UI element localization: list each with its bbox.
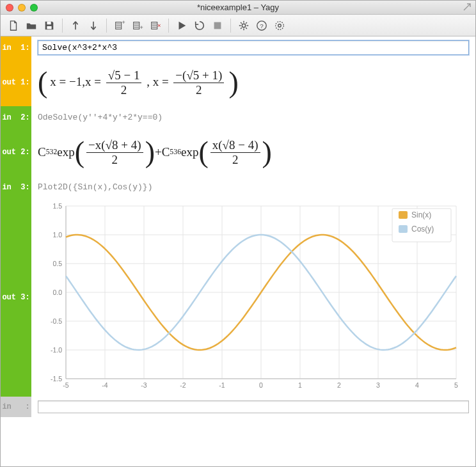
insert-below-button[interactable]: + [130,18,145,33]
empty-input[interactable] [38,400,469,413]
cell-in-2: in 2: OdeSolve(y''+4*y'+2*y==0) [1,106,475,129]
svg-text:+: + [122,20,125,26]
cell-in-empty: in : [1,397,475,417]
cell-in-3: in 3: Plot2D({Sin(x),Cos(y)}) [1,176,475,198]
svg-text:3: 3 [376,381,380,389]
separator [62,19,63,33]
cell-label: in : [1,397,31,417]
svg-text:1.5: 1.5 [52,202,62,210]
notebook-content[interactable]: in 1: out 1: ( x = −1,x = √5 − 12 , x = … [1,36,475,466]
svg-text:-4: -4 [102,381,107,389]
cell-out-1: out 1: ( x = −1,x = √5 − 12 , x = −(√5 +… [1,59,475,106]
move-up-button[interactable] [68,18,83,33]
toolbar: + + × ? [1,15,475,36]
cell-label: in 3: [1,176,31,198]
svg-text:×: × [157,21,161,28]
stop-button[interactable] [210,18,225,33]
new-file-button[interactable] [6,18,21,33]
svg-rect-53 [399,211,408,219]
svg-text:-1.5: -1.5 [51,375,62,383]
open-file-button[interactable] [24,18,39,33]
svg-rect-1 [47,26,51,29]
window-title: *niceexample1 – Yagy [1,3,475,12]
cell-label: out 2: [1,129,31,176]
settings-button[interactable] [236,18,251,33]
svg-text:-0.5: -0.5 [51,317,62,325]
svg-text:-3: -3 [141,381,147,389]
cell-in-1: in 1: [1,36,475,59]
svg-text:?: ? [260,22,264,29]
reload-button[interactable] [192,18,207,33]
svg-text:0.5: 0.5 [52,260,62,267]
svg-text:4: 4 [415,381,419,389]
remove-cell-button[interactable]: × [148,18,163,33]
svg-point-12 [276,21,284,29]
help-button[interactable]: ? [254,18,269,33]
chart-output: -5-4-3-2-1012345-1.5-1.0-0.50.00.51.01.5… [31,198,475,397]
move-down-button[interactable] [86,18,101,33]
cell-out-3: out 3: -5-4-3-2-1012345-1.5-1.0-0.50.00.… [1,198,475,397]
code-text[interactable]: Plot2D({Sin(x),Cos(y)}) [31,176,475,198]
separator [230,19,231,33]
svg-text:1: 1 [298,381,302,389]
svg-text:0.0: 0.0 [52,289,62,296]
svg-point-13 [278,24,282,27]
svg-text:0: 0 [259,381,263,389]
app-window: *niceexample1 – Yagy + + × ? in 1: [0,0,476,467]
separator [106,19,107,33]
target-button[interactable] [272,18,287,33]
svg-text:2: 2 [337,381,341,389]
code-input[interactable] [38,40,469,55]
svg-rect-8 [214,22,221,29]
save-button[interactable] [42,18,57,33]
svg-text:+: + [140,24,143,31]
cell-out-2: out 2: C532 exp ( −x(√8 + 4)2 ) + C536 e… [1,129,475,176]
svg-text:-1.0: -1.0 [51,346,62,354]
svg-text:5: 5 [454,381,458,389]
svg-rect-55 [399,225,408,233]
svg-text:-5: -5 [63,381,68,389]
cell-label: out 1: [1,59,31,106]
maximize-icon[interactable] [463,3,472,12]
separator [168,19,169,33]
run-button[interactable] [174,18,189,33]
plot-2d: -5-4-3-2-1012345-1.5-1.0-0.50.00.51.01.5… [35,200,468,392]
svg-text:-1: -1 [219,381,225,389]
code-text[interactable]: OdeSolve(y''+4*y'+2*y==0) [31,106,475,129]
cell-label: out 3: [1,198,31,397]
svg-text:-2: -2 [180,381,186,389]
svg-text:Sin(x): Sin(x) [411,210,431,219]
insert-above-button[interactable]: + [112,18,127,33]
titlebar: *niceexample1 – Yagy [1,1,475,15]
math-output: C532 exp ( −x(√8 + 4)2 ) + C536 exp ( x(… [31,129,475,176]
svg-rect-0 [47,21,51,24]
svg-point-9 [242,24,245,27]
svg-text:1.0: 1.0 [52,231,62,239]
cell-label: in 2: [1,106,31,129]
math-output: ( x = −1,x = √5 − 12 , x = −(√5 + 1)2 ) [31,59,475,106]
svg-text:Cos(y): Cos(y) [411,225,434,234]
cell-label: in 1: [1,36,31,59]
